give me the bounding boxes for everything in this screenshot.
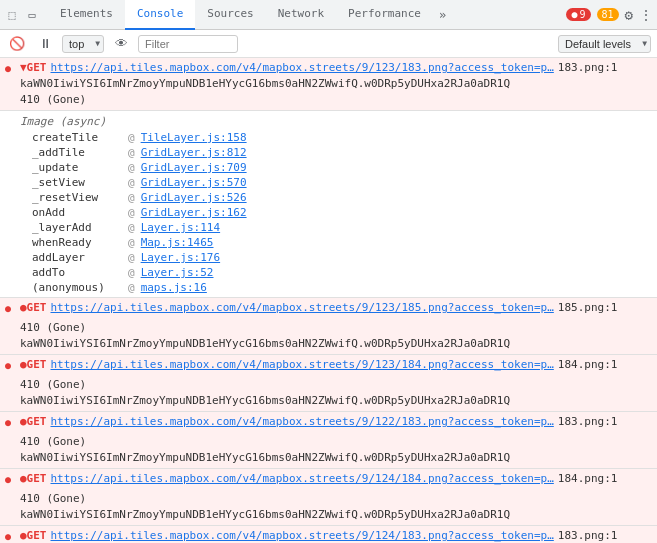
tab-bar: ⬚ ▭ Elements Console Sources Network Per… bbox=[0, 0, 657, 30]
error-fileref-1: 184.png:1 bbox=[558, 357, 618, 373]
error-url-link[interactable]: https://api.tiles.mapbox.com/v4/mapbox.s… bbox=[51, 60, 554, 76]
error-url-4[interactable]: https://api.tiles.mapbox.com/v4/mapbox.s… bbox=[51, 528, 554, 543]
tab-right-controls: ● 9 81 ⚙ ⋮ bbox=[566, 7, 653, 23]
stack-row-0: createTile @ TileLayer.js:158 bbox=[20, 130, 651, 145]
error-method-4: ●GET bbox=[20, 528, 47, 543]
stack-link-1[interactable]: GridLayer.js:812 bbox=[141, 146, 247, 159]
error-status-1: 410 (Gone) bbox=[20, 377, 86, 393]
error-url2-3: kaWN0IiwiYSI6ImNrZmoyYmpuNDB1eHYycG16bms… bbox=[20, 507, 651, 523]
eye-icon[interactable]: 👁 bbox=[110, 33, 132, 55]
stack-link-5[interactable]: GridLayer.js:162 bbox=[141, 206, 247, 219]
stack-func-7: whenReady bbox=[32, 236, 122, 249]
error-bullet-icon-2: ● bbox=[5, 415, 11, 431]
stack-func-9: addTo bbox=[32, 266, 122, 279]
console-toolbar: 🚫 ⏸ top 👁 Default levels bbox=[0, 30, 657, 58]
first-error-entry: ● ▼GET https://api.tiles.mapbox.com/v4/m… bbox=[0, 58, 657, 111]
inspect-icon[interactable]: ⬚ bbox=[4, 7, 20, 23]
pause-button[interactable]: ⏸ bbox=[34, 33, 56, 55]
tab-elements[interactable]: Elements bbox=[48, 0, 125, 30]
error-url-1[interactable]: https://api.tiles.mapbox.com/v4/mapbox.s… bbox=[51, 357, 554, 373]
error-entry-4: ● ●GET https://api.tiles.mapbox.com/v4/m… bbox=[0, 526, 657, 543]
stack-link-9[interactable]: Layer.js:52 bbox=[141, 266, 214, 279]
error-fileref-4: 183.png:1 bbox=[558, 528, 618, 543]
stack-header: Image (async) bbox=[20, 113, 651, 130]
error-method-1: ●GET bbox=[20, 357, 47, 373]
error-url2-0: kaWN0IiwiYSI6ImNrZmoyYmpuNDB1eHYycG16bms… bbox=[20, 336, 651, 352]
error-fileref-2: 183.png:1 bbox=[558, 414, 618, 430]
stack-func-8: addLayer bbox=[32, 251, 122, 264]
stack-func-1: _addTile bbox=[32, 146, 122, 159]
stack-link-7[interactable]: Map.js:1465 bbox=[141, 236, 214, 249]
stack-link-2[interactable]: GridLayer.js:709 bbox=[141, 161, 247, 174]
level-select[interactable]: Default levels bbox=[558, 35, 651, 53]
error-fileref-0: 185.png:1 bbox=[558, 300, 618, 316]
warn-badge: 81 bbox=[597, 8, 619, 21]
stack-func-3: _setView bbox=[32, 176, 122, 189]
error-url-0[interactable]: https://api.tiles.mapbox.com/v4/mapbox.s… bbox=[51, 300, 554, 316]
stack-row-7: whenReady @ Map.js:1465 bbox=[20, 235, 651, 250]
device-icon[interactable]: ▭ bbox=[24, 7, 40, 23]
settings-icon[interactable]: ⚙ bbox=[625, 7, 633, 23]
error-entry-1: ● ●GET https://api.tiles.mapbox.com/v4/m… bbox=[0, 355, 657, 412]
error-status-3: 410 (Gone) bbox=[20, 491, 86, 507]
error-method-0: ●GET bbox=[20, 300, 47, 316]
tab-console[interactable]: Console bbox=[125, 0, 195, 30]
tab-performance[interactable]: Performance bbox=[336, 0, 433, 30]
error-icon: ● bbox=[571, 9, 577, 20]
error-line-0: ●GET https://api.tiles.mapbox.com/v4/map… bbox=[20, 300, 651, 336]
stack-link-10[interactable]: maps.js:16 bbox=[141, 281, 207, 294]
error-status-text: 410 (Gone) bbox=[20, 92, 86, 108]
error-first-line: ▼GET https://api.tiles.mapbox.com/v4/map… bbox=[20, 60, 651, 76]
error-bullet-icon-3: ● bbox=[5, 472, 11, 488]
stack-at-10: @ bbox=[128, 281, 135, 294]
stack-row-3: _setView @ GridLayer.js:570 bbox=[20, 175, 651, 190]
error-method-3: ●GET bbox=[20, 471, 47, 487]
error-fileref-3: 184.png:1 bbox=[558, 471, 618, 487]
context-selector-wrap: top bbox=[62, 35, 104, 53]
tab-more[interactable]: » bbox=[433, 8, 452, 22]
stack-link-3[interactable]: GridLayer.js:570 bbox=[141, 176, 247, 189]
error-status-2: 410 (Gone) bbox=[20, 434, 86, 450]
error-bullet-icon-1: ● bbox=[5, 358, 11, 374]
error-line-1: ●GET https://api.tiles.mapbox.com/v4/map… bbox=[20, 357, 651, 393]
stack-at-7: @ bbox=[128, 236, 135, 249]
stack-link-6[interactable]: Layer.js:114 bbox=[141, 221, 220, 234]
stack-at-4: @ bbox=[128, 191, 135, 204]
error-url-2[interactable]: https://api.tiles.mapbox.com/v4/mapbox.s… bbox=[51, 414, 554, 430]
stack-row-4: _resetView @ GridLayer.js:526 bbox=[20, 190, 651, 205]
tab-network[interactable]: Network bbox=[266, 0, 336, 30]
error-entry-3: ● ●GET https://api.tiles.mapbox.com/v4/m… bbox=[0, 469, 657, 526]
error-bullet-icon: ● bbox=[5, 61, 11, 77]
error-url-3[interactable]: https://api.tiles.mapbox.com/v4/mapbox.s… bbox=[51, 471, 554, 487]
error-status-0: 410 (Gone) bbox=[20, 320, 86, 336]
error-line-4: ●GET https://api.tiles.mapbox.com/v4/map… bbox=[20, 528, 651, 543]
tab-sources[interactable]: Sources bbox=[195, 0, 265, 30]
context-selector[interactable]: top bbox=[62, 35, 104, 53]
stack-link-8[interactable]: Layer.js:176 bbox=[141, 251, 220, 264]
error-file-ref: 183.png:1 bbox=[558, 60, 618, 76]
error-entry-0: ● ●GET https://api.tiles.mapbox.com/v4/m… bbox=[0, 298, 657, 355]
stack-row-10: (anonymous) @ maps.js:16 bbox=[20, 280, 651, 295]
stack-at-0: @ bbox=[128, 131, 135, 144]
error-bullet-icon-0: ● bbox=[5, 301, 11, 317]
error-second-line: kaWN0IiwiYSI6ImNrZmoyYmpuNDB1eHYycG16bms… bbox=[20, 76, 651, 92]
error-url2-2: kaWN0IiwiYSI6ImNrZmoyYmpuNDB1eHYycG16bms… bbox=[20, 450, 651, 466]
error-line-2: ●GET https://api.tiles.mapbox.com/v4/map… bbox=[20, 414, 651, 450]
filter-input[interactable] bbox=[138, 35, 238, 53]
stack-func-4: _resetView bbox=[32, 191, 122, 204]
stack-at-1: @ bbox=[128, 146, 135, 159]
stack-row-5: onAdd @ GridLayer.js:162 bbox=[20, 205, 651, 220]
stack-func-0: createTile bbox=[32, 131, 122, 144]
error-method-2: ●GET bbox=[20, 414, 47, 430]
stack-link-0[interactable]: TileLayer.js:158 bbox=[141, 131, 247, 144]
stack-at-3: @ bbox=[128, 176, 135, 189]
stack-link-4[interactable]: GridLayer.js:526 bbox=[141, 191, 247, 204]
error-count: 9 bbox=[579, 9, 585, 20]
error-status-line: 410 (Gone) bbox=[20, 92, 651, 108]
stack-func-10: (anonymous) bbox=[32, 281, 122, 294]
stack-at-6: @ bbox=[128, 221, 135, 234]
stack-func-5: onAdd bbox=[32, 206, 122, 219]
more-options-icon[interactable]: ⋮ bbox=[639, 7, 653, 23]
devtools-icons: ⬚ ▭ bbox=[4, 7, 40, 23]
clear-console-button[interactable]: 🚫 bbox=[6, 33, 28, 55]
